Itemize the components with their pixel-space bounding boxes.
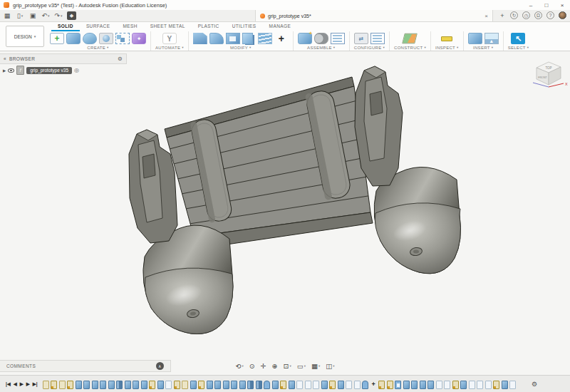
timeline-feature-sketch-edit[interactable] bbox=[452, 381, 459, 389]
timeline-feature-sketch-edit[interactable] bbox=[174, 381, 180, 389]
timeline-feature-extrude[interactable] bbox=[428, 381, 434, 389]
notifications-icon[interactable]: Ω bbox=[534, 11, 542, 19]
expand-node-icon[interactable]: ▶ bbox=[3, 68, 6, 73]
timeline-feature-extrude[interactable] bbox=[272, 381, 279, 389]
document-tab[interactable]: grip_prototype v35* × bbox=[255, 10, 493, 21]
group-label-insert[interactable]: INSERT▾ bbox=[473, 45, 493, 51]
viewport-canvas[interactable] bbox=[0, 51, 570, 376]
tab-mesh[interactable]: MESH bbox=[116, 21, 143, 31]
timeline-feature-sketch-edit[interactable] bbox=[280, 381, 286, 389]
go-to-start-button[interactable]: |◀ bbox=[6, 381, 11, 387]
timeline-feature-shell[interactable] bbox=[395, 381, 401, 389]
timeline-feature-page[interactable] bbox=[354, 381, 361, 389]
timeline-feature-page[interactable] bbox=[477, 381, 483, 389]
group-label-inspect[interactable]: INSPECT▾ bbox=[435, 45, 459, 51]
minimize-button[interactable]: – bbox=[523, 0, 539, 10]
tab-manage[interactable]: MANAGE bbox=[263, 21, 298, 31]
timeline-feature-sketch-edit[interactable] bbox=[51, 381, 57, 389]
construction-plane-icon[interactable] bbox=[403, 33, 418, 43]
timeline-feature-extrude[interactable] bbox=[141, 381, 147, 389]
configuration-table-icon[interactable] bbox=[370, 33, 385, 44]
timeline-feature-extrude[interactable] bbox=[92, 381, 98, 389]
timeline-feature-page[interactable] bbox=[444, 381, 450, 389]
configuration-icon[interactable] bbox=[354, 33, 368, 44]
step-forward-button[interactable]: ▶ bbox=[26, 381, 30, 387]
timeline-feature-sketch-edit[interactable] bbox=[67, 381, 73, 389]
workspace-selector[interactable]: DESIGN ▾ bbox=[6, 26, 44, 47]
new-tab-button[interactable]: + bbox=[498, 11, 507, 20]
new-component-icon[interactable] bbox=[298, 33, 312, 44]
timeline-feature-sketch[interactable] bbox=[43, 381, 49, 389]
redo-icon[interactable]: ↷▾ bbox=[54, 11, 63, 20]
undo-icon[interactable]: ↶▾ bbox=[41, 11, 50, 20]
timeline-feature-sketch[interactable] bbox=[59, 381, 66, 389]
timeline-feature-extrude[interactable] bbox=[190, 381, 197, 389]
timeline-feature-extrude[interactable] bbox=[239, 381, 246, 389]
primitive-box-icon[interactable] bbox=[66, 33, 81, 44]
pan-button[interactable]: ✛ bbox=[261, 362, 266, 370]
timeline-feature-combine[interactable] bbox=[247, 381, 254, 389]
collapse-panel-icon[interactable]: « bbox=[4, 56, 6, 61]
timeline-feature-fillet[interactable] bbox=[264, 381, 270, 389]
fit-button[interactable]: ⊡▾ bbox=[284, 362, 291, 370]
insert-mesh-icon[interactable] bbox=[468, 33, 482, 44]
group-label-select[interactable]: SELECT▾ bbox=[508, 45, 529, 51]
timeline-feature-extrude[interactable] bbox=[338, 381, 344, 389]
create-sketch-icon[interactable]: + bbox=[50, 33, 64, 44]
go-to-end-button[interactable]: ▶| bbox=[33, 381, 38, 387]
timeline-feature-extrude[interactable] bbox=[76, 381, 82, 389]
display-settings-button[interactable]: ▭▾ bbox=[297, 362, 306, 370]
timeline-feature-move[interactable]: + bbox=[370, 381, 377, 389]
automated-modeling-icon[interactable]: ✦ bbox=[132, 33, 146, 44]
timeline-feature-page[interactable] bbox=[296, 381, 303, 389]
timeline-feature-combine[interactable] bbox=[116, 381, 123, 389]
timeline-feature-page[interactable] bbox=[436, 381, 442, 389]
joint-icon[interactable] bbox=[314, 33, 328, 44]
avatar[interactable] bbox=[559, 11, 566, 19]
configure-automation-icon[interactable]: Y bbox=[162, 33, 177, 44]
timeline-feature-sketch-edit[interactable] bbox=[198, 381, 204, 389]
tab-utilities[interactable]: UTILITIES bbox=[226, 21, 263, 31]
help-icon[interactable]: ? bbox=[546, 11, 554, 19]
timeline-feature-page[interactable] bbox=[469, 381, 475, 389]
root-component-label[interactable]: grip_prototype v35 bbox=[26, 67, 72, 74]
timeline-feature-page[interactable] bbox=[509, 381, 516, 389]
timeline-feature-extrude[interactable] bbox=[289, 381, 295, 389]
look-at-button[interactable]: ⊙ bbox=[249, 362, 255, 370]
timeline-feature-extrude[interactable] bbox=[420, 381, 426, 389]
viewports-button[interactable]: ◫▾ bbox=[326, 362, 334, 370]
tab-surface[interactable]: SURFACE bbox=[80, 21, 117, 31]
timeline-feature-extrude[interactable] bbox=[231, 381, 237, 389]
offset-face-icon[interactable] bbox=[258, 33, 272, 44]
group-label-automate[interactable]: AUTOMATE▾ bbox=[155, 45, 184, 51]
timeline-feature-sketch-edit[interactable] bbox=[493, 381, 499, 389]
recent-data-icon[interactable]: ◷ bbox=[522, 11, 530, 19]
group-label-modify[interactable]: MODIFY▾ bbox=[230, 45, 252, 51]
group-label-create[interactable]: CREATE▾ bbox=[87, 45, 108, 51]
timeline-feature-extrude[interactable] bbox=[223, 381, 229, 389]
move-icon[interactable]: + bbox=[274, 33, 289, 44]
file-menu-icon[interactable]: ▯▾ bbox=[16, 11, 24, 20]
shell-icon[interactable] bbox=[226, 33, 240, 44]
maximize-button[interactable]: □ bbox=[539, 0, 554, 10]
timeline-feature-extrude[interactable] bbox=[321, 381, 328, 389]
activate-component-radio[interactable]: ◎ bbox=[74, 67, 79, 73]
timeline-feature-sketch[interactable] bbox=[182, 381, 188, 389]
orbit-button[interactable]: ⟲▾ bbox=[235, 362, 243, 370]
derive-pattern-icon[interactable] bbox=[115, 33, 130, 44]
zoom-button[interactable]: ⊕ bbox=[272, 362, 278, 370]
select-icon[interactable]: ↖ bbox=[511, 33, 525, 44]
timeline-feature-sketch-edit[interactable] bbox=[329, 381, 336, 389]
step-back-button[interactable]: ◀ bbox=[14, 381, 17, 387]
timeline-settings-icon[interactable]: ⚙ bbox=[532, 381, 537, 388]
fillet-icon[interactable] bbox=[209, 33, 224, 44]
timeline-feature-page[interactable] bbox=[346, 381, 352, 389]
play-button[interactable]: ▶ bbox=[20, 381, 24, 387]
timeline-feature-sketch-edit[interactable] bbox=[378, 381, 385, 389]
group-label-construct[interactable]: CONSTRUCT▾ bbox=[394, 45, 426, 51]
group-label-configure[interactable]: CONFIGURE▾ bbox=[354, 45, 385, 51]
browser-root-item[interactable]: ▶ f grip_prototype v35 ◎ bbox=[0, 64, 127, 76]
timeline-feature-extrude[interactable] bbox=[207, 381, 213, 389]
tab-sheet-metal[interactable]: SHEET METAL bbox=[144, 21, 192, 31]
group-label-assemble[interactable]: ASSEMBLE▾ bbox=[307, 45, 335, 51]
